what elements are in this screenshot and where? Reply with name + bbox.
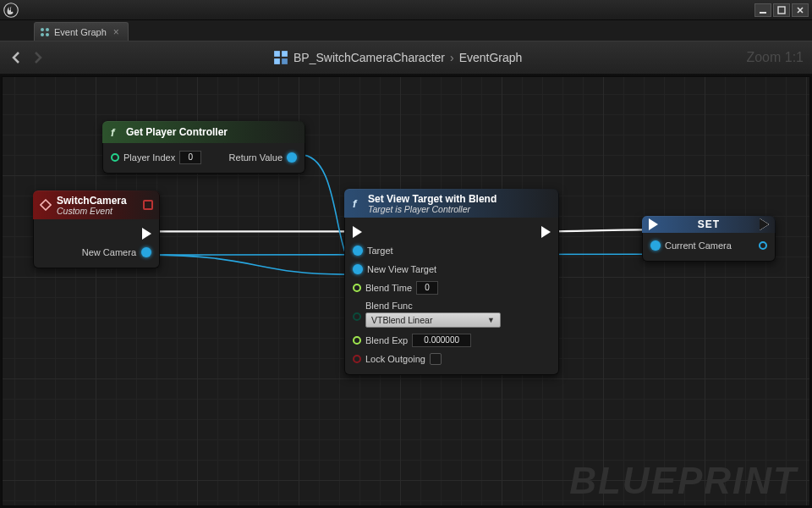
svg-rect-7	[274, 51, 280, 57]
dropdown-value: VTBlend Linear	[371, 315, 432, 325]
pin-new-camera-out[interactable]	[141, 247, 151, 257]
pin-label: Lock Outgoing	[365, 354, 425, 364]
blend-time-input[interactable]: 0	[416, 281, 438, 295]
pin-label: Blend Exp	[365, 335, 408, 345]
node-header: f Get Player Controller	[102, 121, 305, 143]
pin-lock-outgoing[interactable]	[353, 355, 361, 363]
pin-current-camera-in[interactable]	[650, 240, 661, 251]
custom-event-icon	[40, 199, 52, 211]
svg-point-6	[46, 33, 49, 36]
nav-back-button[interactable]	[8, 49, 25, 66]
pin-new-view-target[interactable]	[353, 264, 363, 274]
player-index-input[interactable]: 0	[179, 151, 201, 164]
node-title: Set View Target with Blend	[368, 193, 497, 205]
pin-blend-exp[interactable]	[353, 336, 361, 345]
node-title: SET	[698, 218, 720, 230]
pin-label: Current Camera	[665, 240, 732, 251]
breadcrumb-root[interactable]: BP_SwitchCameraCharacter	[294, 51, 445, 64]
pin-label: Player Index	[123, 152, 175, 163]
node-switch-camera-event[interactable]: SwitchCamera Custom Event New Camera	[33, 190, 160, 268]
svg-text:f: f	[111, 126, 116, 138]
window-maximize-button[interactable]	[773, 3, 790, 17]
tab-event-graph[interactable]: Event Graph ×	[34, 22, 129, 41]
svg-point-5	[41, 33, 44, 36]
blueprint-class-icon	[273, 50, 288, 65]
node-set-view-target[interactable]: f Set View Target with Blend Target is P…	[344, 189, 559, 375]
blend-func-dropdown[interactable]: VTBlend Linear ▼	[365, 312, 501, 328]
svg-rect-1	[760, 12, 766, 14]
tab-close-icon[interactable]: ×	[113, 26, 119, 38]
blend-exp-input[interactable]: 0.000000	[412, 334, 471, 347]
pin-label: Target	[367, 246, 393, 256]
window-minimize-button[interactable]	[754, 3, 771, 17]
lock-outgoing-checkbox[interactable]	[430, 353, 442, 365]
pin-label: Blend Time	[365, 283, 412, 293]
pin-return-value[interactable]	[287, 152, 297, 163]
node-title: SwitchCamera	[57, 195, 127, 207]
delegate-pin[interactable]	[143, 200, 153, 210]
svg-point-3	[41, 28, 44, 31]
pin-player-index[interactable]	[111, 153, 119, 162]
pin-exec-in[interactable]	[649, 218, 658, 230]
svg-point-4	[46, 28, 49, 31]
pin-blend-func[interactable]	[353, 312, 361, 321]
pin-label: Return Value	[229, 152, 283, 163]
svg-rect-8	[282, 51, 288, 57]
svg-text:f: f	[353, 197, 358, 209]
chevron-down-icon: ▼	[487, 316, 495, 324]
svg-rect-2	[778, 7, 785, 14]
pin-current-camera-out[interactable]	[759, 241, 767, 250]
pin-exec-out[interactable]	[760, 218, 769, 230]
svg-rect-9	[274, 58, 280, 64]
node-subtitle: Custom Event	[57, 206, 127, 216]
svg-rect-10	[282, 58, 288, 64]
breadcrumb-leaf[interactable]: EventGraph	[459, 51, 523, 64]
blueprint-watermark: BLUEPRINT	[569, 460, 798, 502]
zoom-indicator: Zoom 1:1	[746, 50, 804, 65]
function-icon: f	[351, 197, 363, 209]
unreal-logo-icon	[3, 3, 19, 18]
node-set-current-camera[interactable]: SET Current Camera	[642, 216, 776, 262]
tab-strip: Event Graph ×	[0, 20, 812, 41]
node-get-player-controller[interactable]: f Get Player Controller Player Index 0 R…	[102, 121, 305, 174]
pin-blend-time[interactable]	[353, 284, 361, 292]
pin-label: New View Target	[367, 264, 436, 274]
node-subtitle: Target is Player Controller	[368, 204, 497, 214]
window-close-button[interactable]	[792, 3, 809, 17]
node-header: f Set View Target with Blend Target is P…	[344, 189, 559, 218]
function-icon: f	[109, 126, 121, 138]
graph-toolbar: BP_SwitchCameraCharacter › EventGraph Zo…	[0, 41, 812, 75]
node-header: SwitchCamera Custom Event	[33, 190, 160, 219]
pin-label: Blend Func	[365, 301, 501, 311]
tab-label: Event Graph	[54, 27, 107, 37]
graph-canvas[interactable]: f Get Player Controller Player Index 0 R…	[2, 76, 810, 506]
node-header: SET	[642, 216, 776, 233]
nav-forward-button[interactable]	[29, 49, 46, 66]
graph-tab-icon	[40, 27, 50, 37]
pin-target[interactable]	[353, 246, 363, 256]
pin-label: New Camera	[82, 247, 136, 257]
window-titlebar	[0, 0, 812, 20]
breadcrumb: BP_SwitchCameraCharacter › EventGraph	[49, 50, 746, 65]
breadcrumb-separator-icon: ›	[450, 51, 454, 64]
pin-exec-out[interactable]	[142, 228, 151, 240]
node-title: Get Player Controller	[126, 126, 228, 138]
pin-exec-out[interactable]	[541, 226, 551, 238]
pin-exec-in[interactable]	[353, 226, 362, 238]
